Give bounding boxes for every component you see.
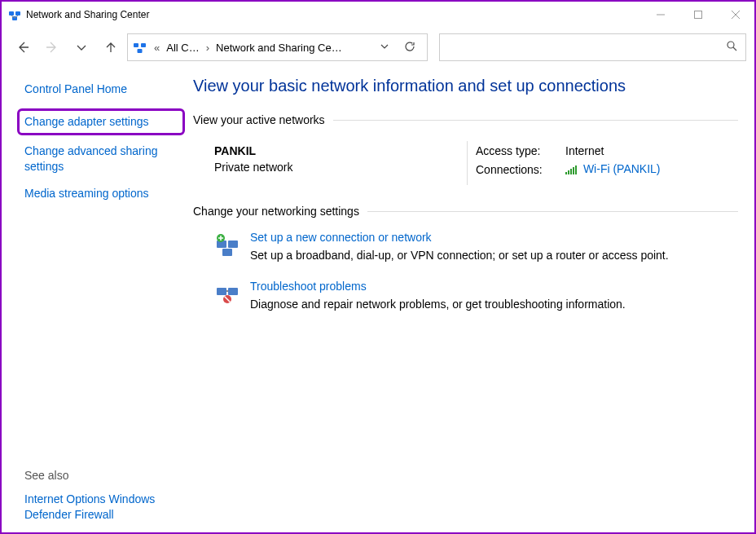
troubleshoot-desc: Diagnose and repair network problems, or… xyxy=(250,298,626,311)
setting-item-setup-connection: Set up a new connection or network Set u… xyxy=(214,231,738,262)
window: Network and Sharing Center « xyxy=(0,0,756,534)
section-label: View your active networks xyxy=(193,113,325,126)
access-type-row: Access type: Internet xyxy=(476,144,738,157)
active-network-right: Access type: Internet Connections: Wi-Fi… xyxy=(476,144,738,182)
see-also-section: See also Internet Options Windows Defend… xyxy=(24,469,185,523)
breadcrumb-seg-all-control-panel[interactable]: All C… xyxy=(166,42,199,54)
section-rule xyxy=(367,211,738,212)
section-active-networks: View your active networks xyxy=(193,113,738,126)
svg-rect-18 xyxy=(575,165,577,174)
titlebar: Network and Sharing Center xyxy=(2,2,754,28)
svg-rect-6 xyxy=(695,11,702,19)
setting-item-troubleshoot: Troubleshoot problems Diagnose and repai… xyxy=(214,280,738,311)
svg-rect-23 xyxy=(217,288,226,295)
breadcrumb-prefix: « xyxy=(152,42,161,54)
svg-rect-16 xyxy=(570,169,572,174)
section-label: Change your networking settings xyxy=(193,205,359,218)
chevron-right-icon[interactable]: › xyxy=(204,42,211,54)
svg-rect-9 xyxy=(134,43,138,47)
section-change-settings: Change your networking settings xyxy=(193,205,738,218)
up-button[interactable] xyxy=(98,34,124,60)
wifi-signal-icon xyxy=(565,164,577,177)
troubleshoot-icon xyxy=(214,281,240,307)
page-title: View your basic network information and … xyxy=(193,77,738,95)
recent-locations-button[interactable] xyxy=(68,34,94,60)
connections-row: Connections: Wi-Fi (PANKIL) xyxy=(476,162,738,177)
active-network-left: PANKIL Private network xyxy=(214,144,459,182)
maximize-button[interactable] xyxy=(679,2,717,28)
search-icon xyxy=(726,40,737,55)
vertical-divider xyxy=(467,141,468,185)
svg-rect-21 xyxy=(222,249,232,256)
svg-rect-20 xyxy=(228,241,238,248)
sidebar-link-change-adapter-settings[interactable]: Change adapter settings xyxy=(17,108,185,135)
svg-line-13 xyxy=(733,47,736,51)
troubleshoot-link[interactable]: Troubleshoot problems xyxy=(250,280,626,293)
sidebar: Control Panel Home Change adapter settin… xyxy=(2,67,193,532)
search-box[interactable] xyxy=(439,33,746,61)
app-icon xyxy=(8,8,21,21)
breadcrumb-seg-network-sharing[interactable]: Network and Sharing Ce… xyxy=(216,42,342,54)
sidebar-link-change-advanced-sharing[interactable]: Change advanced sharing settings xyxy=(24,143,171,174)
body: Control Panel Home Change adapter settin… xyxy=(2,67,754,532)
svg-rect-11 xyxy=(138,49,143,53)
svg-rect-14 xyxy=(565,172,567,174)
svg-point-12 xyxy=(727,42,734,48)
svg-rect-1 xyxy=(15,11,20,15)
refresh-button[interactable] xyxy=(398,41,422,55)
address-bar[interactable]: « All C… › Network and Sharing Ce… xyxy=(127,33,428,61)
network-name: PANKIL xyxy=(214,144,459,157)
forward-button[interactable] xyxy=(39,34,65,60)
setup-connection-link[interactable]: Set up a new connection or network xyxy=(250,231,669,244)
settings-list: Set up a new connection or network Set u… xyxy=(193,226,738,311)
svg-rect-24 xyxy=(228,288,238,295)
svg-rect-17 xyxy=(573,167,574,174)
connections-label: Connections: xyxy=(476,163,565,176)
active-networks: PANKIL Private network Access type: Inte… xyxy=(193,135,738,205)
sidebar-link-internet-options[interactable]: Internet Options xyxy=(24,492,106,505)
navigation-bar: « All C… › Network and Sharing Ce… xyxy=(2,28,754,67)
section-rule xyxy=(333,120,738,121)
svg-rect-10 xyxy=(141,43,146,47)
network-type: Private network xyxy=(214,161,459,174)
sidebar-link-media-streaming[interactable]: Media streaming options xyxy=(24,186,185,201)
access-type-value: Internet xyxy=(565,144,604,157)
svg-rect-0 xyxy=(9,11,14,15)
setup-connection-desc: Set up a broadband, dial-up, or VPN conn… xyxy=(250,249,669,262)
svg-rect-15 xyxy=(568,170,569,174)
control-panel-icon xyxy=(133,40,147,55)
connection-link[interactable]: Wi-Fi (PANKIL) xyxy=(583,162,661,175)
main-content: View your basic network information and … xyxy=(193,67,754,532)
see-also-heading: See also xyxy=(24,469,185,482)
back-button[interactable] xyxy=(10,34,36,60)
window-title: Network and Sharing Center xyxy=(26,9,149,20)
minimize-button[interactable] xyxy=(642,2,679,28)
address-dropdown-button[interactable] xyxy=(376,42,393,54)
sidebar-link-control-panel-home[interactable]: Control Panel Home xyxy=(24,82,185,97)
access-type-label: Access type: xyxy=(476,144,565,157)
close-button[interactable] xyxy=(717,2,754,28)
setup-connection-icon xyxy=(214,232,240,258)
